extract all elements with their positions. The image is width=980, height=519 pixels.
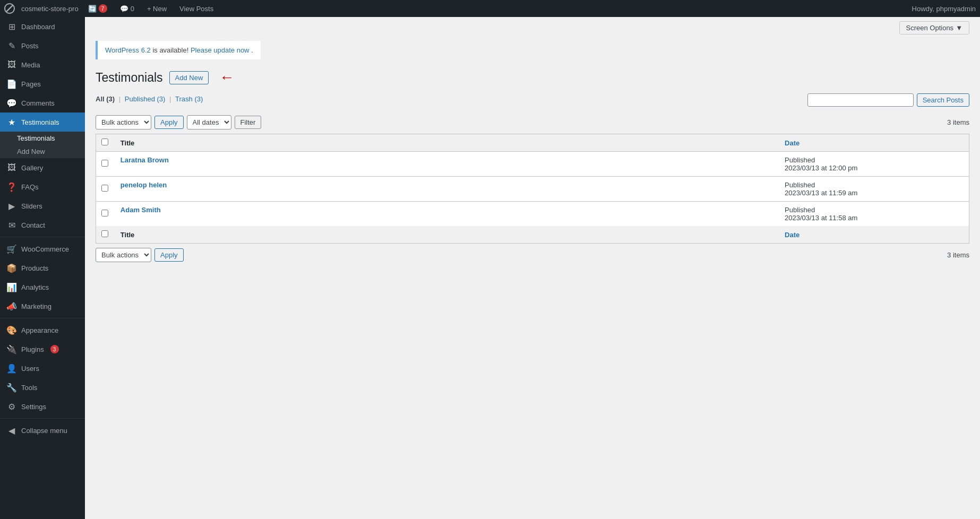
please-update-link[interactable]: Please update now	[191, 46, 250, 54]
apply-button-bottom[interactable]: Apply	[154, 248, 184, 262]
row-checkbox[interactable]	[101, 160, 108, 167]
sidebar-item-gallery[interactable]: 🖼 Gallery	[0, 158, 85, 177]
row-date-cell: Published 2023/03/13 at 11:59 am	[779, 177, 969, 202]
sidebar-item-posts[interactable]: ✎ Posts	[0, 36, 85, 55]
wp-logo[interactable]	[4, 3, 15, 14]
table-footer-row: Title Date	[96, 226, 969, 244]
comments-item[interactable]: 💬 0	[117, 5, 137, 13]
date-value: 2023/03/13 at 12:00 pm	[785, 164, 857, 172]
sidebar-item-dashboard[interactable]: ⊞ Dashboard	[0, 17, 85, 36]
dates-filter-select[interactable]: All dates	[187, 115, 231, 129]
row-date-cell: Published 2023/03/13 at 11:58 am	[779, 202, 969, 227]
filter-links: All (3) | Published (3) | Trash (3)	[96, 95, 203, 103]
sidebar-item-faqs[interactable]: ❓ FAQs	[0, 177, 85, 196]
sidebar-item-tools[interactable]: 🔧 Tools	[0, 378, 85, 397]
select-all-checkbox-top[interactable]	[101, 139, 108, 145]
filter-link-trash[interactable]: Trash (3)	[175, 95, 203, 103]
comments-icon: 💬	[120, 5, 128, 13]
sidebar-item-settings[interactable]: ⚙ Settings	[0, 397, 85, 416]
filter-link-published[interactable]: Published (3)	[125, 95, 167, 103]
contact-icon: ✉	[6, 220, 17, 230]
footer-checkbox-col	[96, 226, 115, 244]
screen-options-button[interactable]: Screen Options ▼	[899, 21, 969, 34]
appearance-icon: 🎨	[6, 325, 17, 335]
search-input[interactable]	[807, 93, 914, 107]
settings-icon: ⚙	[6, 401, 17, 412]
footer-date-col: Date	[779, 226, 969, 244]
sidebar-item-users[interactable]: 👤 Users	[0, 359, 85, 378]
date-status: Published	[785, 206, 815, 214]
post-title-link[interactable]: Adam Smith	[121, 206, 161, 214]
tablenav-bottom: Bulk actions Apply 3 items	[96, 248, 969, 262]
bulk-actions-select-top[interactable]: Bulk actions	[96, 115, 151, 129]
wp-version-link[interactable]: WordPress 6.2	[105, 46, 151, 54]
submenu-item-add-new[interactable]: Add New	[0, 145, 85, 158]
updates-badge: 7	[99, 4, 107, 13]
site-name[interactable]: cosmetic-store-pro	[21, 5, 79, 13]
row-title-cell: penelop helen	[115, 177, 779, 202]
sidebar-item-plugins[interactable]: 🔌 Plugins 3	[0, 340, 85, 359]
row-date-cell: Published 2023/03/13 at 12:00 pm	[779, 152, 969, 177]
sidebar-item-collapse[interactable]: ◀ Collapse menu	[0, 421, 85, 440]
menu-separator-1	[0, 237, 85, 237]
filter-button-top[interactable]: Filter	[235, 116, 262, 129]
sidebar-item-analytics[interactable]: 📊 Analytics	[0, 278, 85, 297]
submenu-item-testimonials[interactable]: Testimonials	[0, 132, 85, 145]
sidebar-item-contact[interactable]: ✉ Contact	[0, 215, 85, 235]
sidebar-item-comments[interactable]: 💬 Comments	[0, 93, 85, 113]
comments-menu-icon: 💬	[6, 98, 17, 108]
add-new-button[interactable]: Add New	[169, 71, 209, 84]
row-checkbox[interactable]	[101, 210, 108, 217]
header-date-col: Date	[779, 134, 969, 152]
gallery-icon: 🖼	[6, 162, 17, 173]
updates-item[interactable]: 🔄 7	[85, 4, 110, 13]
sidebar-item-media[interactable]: 🖼 Media	[0, 55, 85, 74]
sidebar-item-products[interactable]: 📦 Products	[0, 258, 85, 278]
main-content: Screen Options ▼ WordPress 6.2 is availa…	[85, 17, 980, 519]
screen-options-bar: Screen Options ▼	[96, 17, 969, 39]
footer-title-col: Title	[115, 226, 779, 244]
users-icon: 👤	[6, 363, 17, 374]
sidebar-item-woocommerce[interactable]: 🛒 WooCommerce	[0, 239, 85, 258]
table-header-row: Title Date	[96, 134, 969, 152]
new-content-item[interactable]: + New	[144, 5, 170, 13]
posts-icon: ✎	[6, 40, 17, 51]
testimonials-icon: ★	[6, 117, 17, 127]
sidebar-item-marketing[interactable]: 📣 Marketing	[0, 297, 85, 316]
sidebar-item-appearance[interactable]: 🎨 Appearance	[0, 321, 85, 340]
search-posts-area: Search Posts	[807, 93, 969, 107]
red-arrow-indicator: ←	[219, 70, 234, 85]
analytics-icon: 📊	[6, 282, 17, 292]
apply-button-top[interactable]: Apply	[154, 116, 184, 129]
update-notice: WordPress 6.2 is available! Please updat…	[96, 41, 261, 59]
media-icon: 🖼	[6, 59, 17, 70]
bulk-actions-select-bottom[interactable]: Bulk actions	[96, 248, 151, 262]
row-title-cell: Laratna Brown	[115, 152, 779, 177]
post-title-link[interactable]: penelop helen	[121, 181, 167, 189]
table-row: Laratna Brown Published 2023/03/13 at 12…	[96, 152, 969, 177]
plugins-badge: 3	[50, 345, 59, 353]
filter-link-all[interactable]: All (3)	[96, 95, 117, 103]
table-row: penelop helen Published 2023/03/13 at 11…	[96, 177, 969, 202]
post-title-link[interactable]: Laratna Brown	[121, 156, 169, 164]
sidebar-item-testimonials[interactable]: ★ Testimonials	[0, 113, 85, 132]
faqs-icon: ❓	[6, 181, 17, 192]
testimonials-submenu: Testimonials Add New	[0, 132, 85, 158]
view-posts-item[interactable]: View Posts	[176, 5, 217, 13]
tablenav-top: Bulk actions Apply All dates Filter 3 it…	[96, 115, 969, 129]
collapse-icon: ◀	[6, 425, 17, 436]
search-posts-button[interactable]: Search Posts	[917, 93, 969, 107]
row-checkbox[interactable]	[101, 185, 108, 192]
pages-icon: 📄	[6, 79, 17, 89]
products-icon: 📦	[6, 263, 17, 273]
select-all-checkbox-bottom[interactable]	[101, 230, 108, 237]
row-checkbox-cell	[96, 152, 115, 177]
sidebar-item-pages[interactable]: 📄 Pages	[0, 74, 85, 93]
date-value: 2023/03/13 at 11:59 am	[785, 189, 857, 197]
menu-separator-2	[0, 318, 85, 318]
sidebar-item-sliders[interactable]: ▶ Sliders	[0, 196, 85, 215]
date-value: 2023/03/13 at 11:58 am	[785, 214, 857, 222]
chevron-down-icon: ▼	[956, 24, 962, 32]
posts-table: Title Date Laratna Brown Published 2023/…	[96, 134, 969, 244]
row-checkbox-cell	[96, 202, 115, 227]
